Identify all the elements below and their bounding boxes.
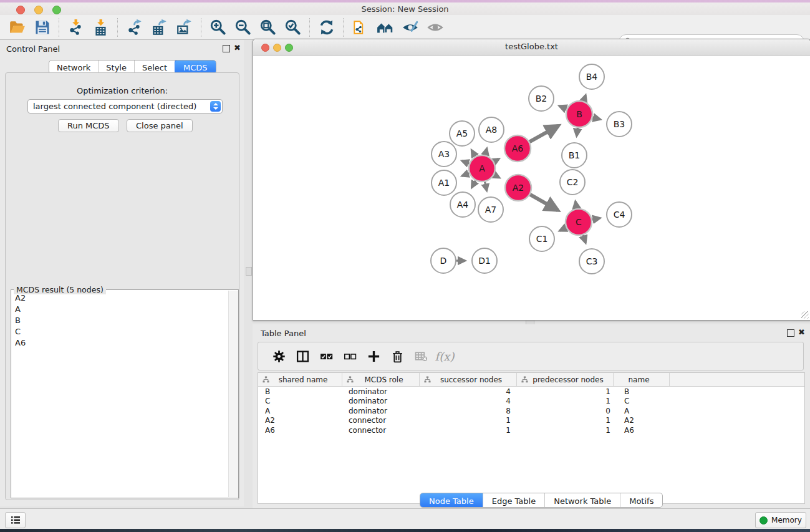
cell-shared-name[interactable]: A2 <box>258 416 342 425</box>
node-A1[interactable]: A1 <box>432 170 456 195</box>
copy-network-icon[interactable] <box>348 17 373 38</box>
run-mcds-button[interactable]: Run MCDS <box>58 119 119 132</box>
edge-A-A5[interactable] <box>471 150 475 157</box>
node-A3[interactable]: A3 <box>432 142 456 167</box>
cell-predecessor-nodes[interactable]: 1 <box>517 426 614 435</box>
node-C3[interactable]: C3 <box>579 249 604 274</box>
node-C4[interactable]: C4 <box>607 202 632 227</box>
table-close-panel-icon[interactable]: ✖ <box>798 328 805 337</box>
cell-MCDS-role[interactable]: dominator <box>342 407 420 415</box>
tab-style[interactable]: Style <box>99 60 135 74</box>
cell-MCDS-role[interactable]: connector <box>342 426 420 435</box>
edge-C-C3[interactable] <box>583 235 586 243</box>
tab-network[interactable]: Network <box>49 60 99 74</box>
tab-select[interactable]: Select <box>135 60 175 74</box>
node-C[interactable]: C <box>566 209 592 235</box>
node-D1[interactable]: D1 <box>472 248 497 273</box>
float-panel-icon[interactable] <box>223 45 230 52</box>
tab-motifs[interactable]: Motifs <box>620 493 662 507</box>
unselect-all-icon[interactable] <box>338 345 362 367</box>
select-all-icon[interactable] <box>314 345 338 367</box>
result-node-item[interactable]: A2 <box>11 292 228 303</box>
edge-A6-B[interactable] <box>529 126 558 142</box>
node-C1[interactable]: C1 <box>529 226 554 251</box>
tab-network-table[interactable]: Network Table <box>545 493 620 507</box>
column-header-MCDS-role[interactable]: MCDS role <box>342 373 420 386</box>
cell-predecessor-nodes[interactable]: 0 <box>517 407 614 415</box>
edge-A-A2[interactable] <box>494 175 498 177</box>
node-B4[interactable]: B4 <box>579 64 604 89</box>
edge-C-C1[interactable] <box>559 228 566 231</box>
cell-successor-nodes[interactable]: 8 <box>420 407 517 415</box>
result-node-item[interactable]: B <box>11 314 228 326</box>
node-A5[interactable]: A5 <box>450 121 475 146</box>
node-B3[interactable]: B3 <box>607 112 632 137</box>
edge-A-A6[interactable] <box>494 159 498 162</box>
result-node-item[interactable]: A <box>11 303 228 314</box>
cell-shared-name[interactable]: A <box>258 407 342 415</box>
edge-A-A8[interactable] <box>485 148 487 155</box>
show-hide-details-icon[interactable] <box>398 17 423 38</box>
edge-B-B2[interactable] <box>559 106 567 109</box>
export-network-icon[interactable] <box>122 17 147 38</box>
export-image-icon[interactable] <box>172 17 197 38</box>
table-row[interactable]: Bdominator41B <box>258 387 804 397</box>
node-B2[interactable]: B2 <box>529 86 554 111</box>
cell-name[interactable]: A6 <box>614 426 670 435</box>
table-row[interactable]: A2connector11A2 <box>258 416 804 426</box>
zoom-in-icon[interactable] <box>206 17 231 38</box>
edge-C-C4[interactable] <box>592 218 600 220</box>
open-session-icon[interactable] <box>5 17 30 38</box>
save-session-icon[interactable] <box>30 17 55 38</box>
edge-A-A4[interactable] <box>471 180 475 188</box>
close-panel-button[interactable]: Close panel <box>127 119 193 132</box>
zoom-out-icon[interactable] <box>231 17 256 38</box>
node-B[interactable]: B <box>566 101 592 127</box>
import-network-icon[interactable] <box>64 17 89 38</box>
edge-B-B3[interactable] <box>592 117 600 119</box>
column-header-shared-name[interactable]: shared name <box>258 373 342 386</box>
cell-shared-name[interactable]: C <box>258 397 342 405</box>
main-titlebar[interactable]: Session: New Session <box>0 2 810 15</box>
edge-A-A3[interactable] <box>462 161 470 163</box>
settings-gear-icon[interactable] <box>267 345 291 367</box>
table-row[interactable]: Adominator80A <box>258 406 804 416</box>
edge-A2-C[interactable] <box>530 195 557 210</box>
refresh-layout-icon[interactable] <box>314 17 339 38</box>
tab-edge-table[interactable]: Edge Table <box>483 493 545 507</box>
result-scrollbar[interactable] <box>228 291 238 497</box>
zoom-selected-icon[interactable] <box>281 17 306 38</box>
edge-B-B4[interactable] <box>584 95 586 102</box>
edge-A-A1[interactable] <box>462 173 470 176</box>
import-table-icon[interactable] <box>89 17 113 38</box>
window-resize-grip[interactable] <box>801 311 809 319</box>
node-C2[interactable]: C2 <box>560 170 585 195</box>
cell-successor-nodes[interactable]: 4 <box>420 387 517 396</box>
close-panel-icon[interactable]: ✖ <box>234 44 241 52</box>
table-row[interactable]: A6connector11A6 <box>258 425 804 435</box>
cell-shared-name[interactable]: A6 <box>258 426 342 435</box>
zoom-fit-icon[interactable] <box>256 17 281 38</box>
delete-column-icon[interactable] <box>385 345 409 367</box>
table-float-panel-icon[interactable] <box>787 329 794 337</box>
node-A4[interactable]: A4 <box>450 192 475 217</box>
node-A2[interactable]: A2 <box>505 175 531 201</box>
edge-A-A7[interactable] <box>485 182 487 191</box>
result-node-item[interactable]: A6 <box>11 337 228 348</box>
cell-name[interactable]: A2 <box>614 416 670 425</box>
cell-predecessor-nodes[interactable]: 1 <box>517 416 614 425</box>
table-row[interactable]: Cdominator41C <box>258 397 804 407</box>
task-history-button[interactable] <box>5 512 26 528</box>
node-D[interactable]: D <box>431 248 456 273</box>
home-view-icon[interactable] <box>373 17 398 38</box>
edge-B-B1[interactable] <box>577 128 578 136</box>
cell-MCDS-role[interactable]: connector <box>342 416 420 425</box>
result-node-item[interactable]: C <box>11 326 228 337</box>
cell-name[interactable]: B <box>614 387 670 396</box>
memory-button[interactable]: Memory <box>755 512 806 528</box>
column-visibility-icon[interactable] <box>291 345 314 367</box>
cell-name[interactable]: C <box>614 397 670 405</box>
node-A[interactable]: A <box>469 155 495 181</box>
cell-successor-nodes[interactable]: 1 <box>420 416 517 425</box>
node-A7[interactable]: A7 <box>478 197 503 222</box>
